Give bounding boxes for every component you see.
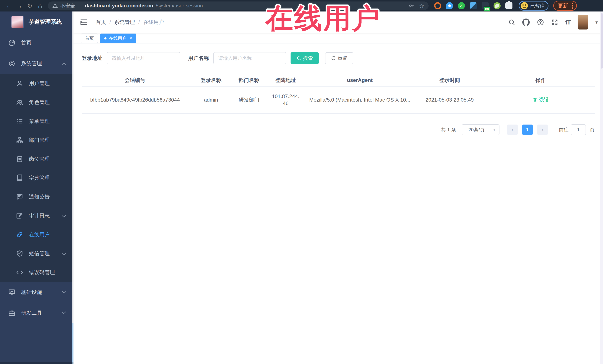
total-count: 共 1 条 (441, 127, 456, 133)
col-actions: 操作 (487, 77, 595, 84)
sidebar-item-role-management[interactable]: 角色管理 (0, 93, 73, 112)
trash-icon (533, 97, 537, 102)
username-input[interactable] (213, 52, 286, 64)
top-navbar: 首页 / 系统管理 / 在线用户 tT ▾ (73, 11, 603, 33)
tags-bar: 首页 在线用户 × (73, 33, 603, 44)
home-icon[interactable]: ⌂ (35, 2, 45, 10)
extensions-row: en (434, 2, 512, 9)
search-button[interactable]: 搜索 (290, 52, 319, 64)
org-tree-icon (16, 136, 23, 144)
breadcrumb-current: 在线用户 (143, 19, 164, 26)
sidebar-item-user-management[interactable]: 用户管理 (0, 74, 73, 93)
extension-icon[interactable] (470, 2, 477, 9)
current-page[interactable]: 1 (522, 124, 533, 135)
breadcrumb-home[interactable]: 首页 (96, 19, 106, 26)
sidebar-item-online-users[interactable]: 在线用户 (0, 225, 73, 244)
navbar-actions: tT ▾ (508, 11, 598, 33)
book-icon (16, 174, 23, 182)
extension-icon[interactable] (458, 2, 465, 9)
url-path: /system/user-session (156, 3, 203, 9)
app-logo-row[interactable]: 芋道管理系统 (0, 11, 73, 33)
col-session-id: 会话编号 (82, 77, 188, 84)
sidebar-item-dev-tools[interactable]: 研发工具 (0, 303, 73, 323)
gear-icon (8, 60, 16, 67)
username-label: 用户名称 (188, 55, 209, 62)
code-icon (16, 269, 23, 276)
log-icon (16, 212, 23, 220)
kebab-menu-icon[interactable] (572, 3, 573, 9)
main-area: 首页 / 系统管理 / 在线用户 tT ▾ 首页 (73, 11, 603, 364)
close-icon[interactable]: × (129, 35, 132, 41)
security-warning-label: 不安全 (60, 3, 75, 9)
menu-list-icon (16, 118, 23, 125)
active-dot (104, 37, 106, 39)
col-dept: 部门名称 (234, 77, 264, 84)
key-icon[interactable] (408, 3, 415, 9)
login-address-label: 登录地址 (82, 55, 103, 62)
profile-paused-chip[interactable]: 已暂停 (519, 1, 548, 11)
sidebar-item-notice-announcement[interactable]: 通知公告 (0, 187, 73, 206)
forward-icon[interactable]: → (14, 2, 24, 10)
github-icon[interactable] (522, 19, 530, 26)
page-content: 登录地址 用户名称 搜索 重置 会话编号 登录名称 部门名称 登陆地址 user… (73, 52, 603, 135)
star-icon[interactable]: ☆ (419, 3, 424, 9)
force-logout-button[interactable]: 强退 (533, 96, 549, 103)
filter-form: 登录地址 用户名称 搜索 重置 (82, 52, 595, 64)
col-user-agent: userAgent (307, 77, 413, 83)
page-size-select[interactable]: 20条/页 ▾ (462, 124, 499, 135)
help-icon[interactable] (537, 19, 544, 26)
sidebar-item-dept-management[interactable]: 部门管理 (0, 131, 73, 150)
users-icon (16, 99, 23, 106)
caret-down-icon[interactable]: ▾ (595, 20, 598, 25)
sidebar-scrollbar[interactable] (72, 11, 73, 364)
sidebar-item-error-code-management[interactable]: 错误码管理 (0, 263, 73, 282)
next-page-button[interactable]: › (537, 124, 548, 135)
shield-check-icon (16, 250, 23, 257)
prev-page-button[interactable]: ‹ (507, 124, 518, 135)
sidebar-item-infrastructure[interactable]: 基础设施 (0, 282, 73, 303)
chevron-down-icon (62, 251, 66, 255)
table-header-row: 会话编号 登录名称 部门名称 登陆地址 userAgent 登录时间 操作 (82, 74, 595, 87)
app-logo (11, 16, 24, 28)
sidebar-item-sms-management[interactable]: 短信管理 (0, 244, 73, 263)
sidebar-item-dict-management[interactable]: 字典管理 (0, 168, 73, 187)
sidebar-item-home[interactable]: 首页 (0, 33, 73, 53)
extensions-puzzle-icon[interactable] (505, 2, 512, 9)
browser-toolbar: ← → ↻ ⌂ 不安全 dashboard.yudao.iocoder.cn/s… (0, 0, 603, 11)
tag-online-users[interactable]: 在线用户 × (100, 33, 136, 43)
sidebar-item-menu-management[interactable]: 菜单管理 (0, 112, 73, 131)
reset-button[interactable]: 重置 (325, 52, 353, 64)
col-login-time: 登录时间 (413, 77, 487, 84)
avatar[interactable] (578, 15, 588, 30)
sidebar-item-post-management[interactable]: 岗位管理 (0, 150, 73, 168)
cell-login-time: 2021-05-03 23:05:49 (413, 95, 487, 105)
window-scrollbar[interactable] (600, 11, 603, 364)
extension-icon[interactable] (494, 2, 500, 9)
breadcrumb-system[interactable]: 系统管理 (114, 19, 135, 26)
monitor-icon (8, 288, 16, 296)
sidebar-item-system-management[interactable]: 系统管理 (0, 53, 73, 74)
address-bar[interactable]: 不安全 dashboard.yudao.iocoder.cn/system/us… (48, 1, 429, 10)
link-icon (16, 231, 23, 238)
chrome-update-button[interactable]: 更新 (553, 1, 577, 11)
login-address-input[interactable] (107, 52, 180, 64)
dashboard-icon (8, 39, 16, 46)
col-ip: 登陆地址 (264, 77, 307, 84)
hamburger-icon[interactable] (80, 18, 88, 26)
back-icon[interactable]: ← (4, 2, 14, 10)
fullscreen-icon[interactable] (551, 19, 558, 26)
extension-icon[interactable] (446, 2, 453, 9)
sidebar: 芋道管理系统 首页 系统管理 用户管理 角色管理 (0, 11, 73, 364)
extension-icon[interactable]: en (482, 2, 489, 9)
reload-icon[interactable]: ↻ (24, 2, 35, 10)
font-size-icon[interactable]: tT (565, 19, 570, 26)
sidebar-bottom-edge (0, 362, 73, 364)
cell-user-agent: Mozilla/5.0 (Macintosh; Intel Mac OS X 1… (307, 95, 413, 105)
search-icon[interactable] (508, 19, 515, 26)
goto-page-input[interactable] (571, 124, 586, 135)
tag-home[interactable]: 首页 (81, 33, 98, 43)
extension-icon[interactable] (434, 2, 441, 9)
sidebar-item-audit-log[interactable]: 审计日志 (0, 206, 73, 225)
chevron-up-icon (62, 63, 66, 67)
chat-bubble-icon (16, 193, 23, 200)
